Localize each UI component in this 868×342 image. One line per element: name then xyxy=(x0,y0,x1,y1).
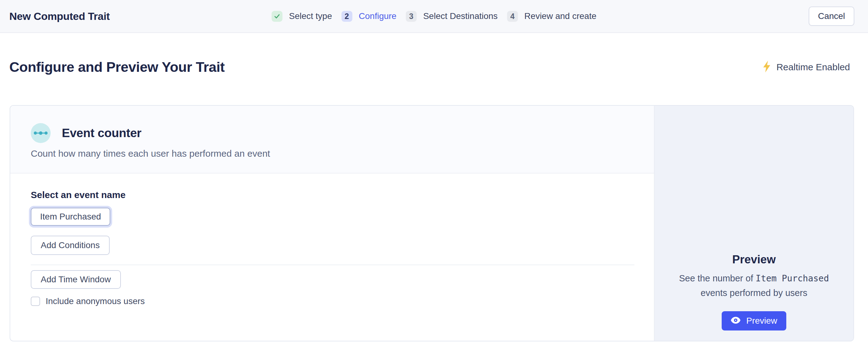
top-bar: New Computed Trait Select type 2 Configu… xyxy=(0,0,868,33)
step-number-badge: 2 xyxy=(341,11,352,22)
check-icon xyxy=(272,11,282,22)
event-name-button[interactable]: Item Purchased xyxy=(31,208,110,226)
window-title: New Computed Trait xyxy=(9,10,110,22)
event-counter-icon xyxy=(31,123,51,143)
cancel-button[interactable]: Cancel xyxy=(809,6,854,26)
add-time-window-button[interactable]: Add Time Window xyxy=(31,270,121,289)
trait-config-body: Select an event name Item Purchased Add … xyxy=(10,173,654,306)
add-conditions-button[interactable]: Add Conditions xyxy=(31,236,110,255)
event-name-label: Select an event name xyxy=(31,190,634,200)
step-label: Select type xyxy=(289,11,332,21)
trait-config-column: Event counter Count how many times each … xyxy=(10,106,654,341)
step-label: Select Destinations xyxy=(423,11,498,21)
wizard-stepper: Select type 2 Configure 3 Select Destina… xyxy=(272,0,596,32)
anonymous-users-row: Include anonymous users xyxy=(31,296,634,306)
anonymous-users-checkbox[interactable] xyxy=(31,296,40,306)
preview-event-name: Item Purchased xyxy=(755,273,829,284)
preview-panel: Preview See the number of Item Purchased… xyxy=(654,106,854,341)
step-label: Review and create xyxy=(524,11,596,21)
section-divider xyxy=(31,264,634,265)
step-configure[interactable]: 2 Configure xyxy=(341,11,396,22)
trait-type-title: Event counter xyxy=(62,126,141,140)
preview-title: Preview xyxy=(732,253,776,266)
realtime-status: Realtime Enabled xyxy=(763,61,850,74)
trait-type-description: Count how many times each user has perfo… xyxy=(31,148,654,159)
step-number-badge: 3 xyxy=(406,11,416,22)
step-number-badge: 4 xyxy=(507,11,518,22)
anonymous-users-label: Include anonymous users xyxy=(46,296,145,306)
step-label: Configure xyxy=(359,11,396,21)
preview-description: See the number of Item Purchased events … xyxy=(667,271,841,300)
eye-icon xyxy=(731,316,741,326)
step-select-type[interactable]: Select type xyxy=(272,11,332,22)
step-select-destinations[interactable]: 3 Select Destinations xyxy=(406,11,498,22)
preview-button[interactable]: Preview xyxy=(722,311,786,331)
new-computed-trait-page: New Computed Trait Select type 2 Configu… xyxy=(0,0,868,342)
page-title: Configure and Preview Your Trait xyxy=(9,59,225,75)
step-review-and-create[interactable]: 4 Review and create xyxy=(507,11,596,22)
page-heading-row: Configure and Preview Your Trait Realtim… xyxy=(9,59,850,75)
preview-button-label: Preview xyxy=(746,316,777,326)
realtime-label: Realtime Enabled xyxy=(776,62,850,73)
trait-config-card: Event counter Count how many times each … xyxy=(10,105,854,341)
lightning-icon xyxy=(763,61,771,74)
trait-type-header: Event counter Count how many times each … xyxy=(10,106,654,173)
